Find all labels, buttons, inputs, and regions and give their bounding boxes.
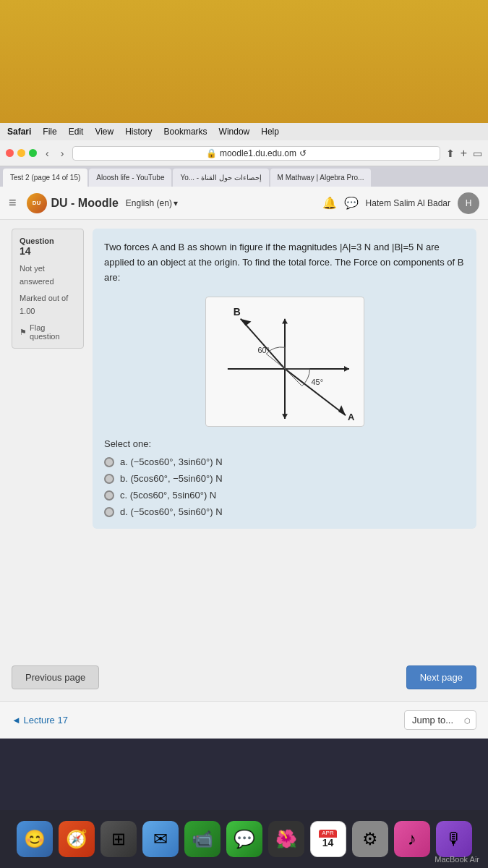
radio-b[interactable]: [104, 474, 114, 484]
dock-music[interactable]: ♪: [394, 821, 430, 857]
language-selector[interactable]: English (en) ▾: [126, 198, 178, 208]
dock-calendar[interactable]: APR 14: [310, 821, 346, 857]
bottom-nav: ◄ Lecture 17 Jump to... Page 1 Page 2 Pa…: [0, 701, 488, 739]
dock-launchpad[interactable]: ⊞: [100, 821, 137, 857]
moodle-logo: DU DU - Moodle: [27, 193, 119, 213]
sidebar-block: Question 14 Not yet answered Marked out …: [12, 229, 84, 349]
force-diagram: B A 60° 45°: [205, 297, 364, 427]
option-b[interactable]: b. (5cos60°, −5sin60°) N: [104, 473, 465, 484]
question-label: Question: [20, 237, 76, 245]
svg-text:60°: 60°: [257, 346, 269, 355]
dock-compass[interactable]: 🧭: [59, 821, 95, 857]
option-d[interactable]: d. (−5cos60°, 5sin60°) N: [104, 506, 465, 517]
grid-icon: ⊞: [111, 829, 126, 849]
main-content: Question 14 Not yet answered Marked out …: [0, 220, 488, 654]
menu-bookmarks[interactable]: Bookmarks: [164, 127, 207, 137]
tab-stats[interactable]: Yo... - إحصاءات حول القناة: [173, 169, 268, 187]
radio-d[interactable]: [104, 507, 114, 517]
tab-test2[interactable]: Test 2 (page 14 of 15): [3, 169, 87, 187]
user-avatar[interactable]: H: [458, 192, 479, 214]
tab-label-stats: Yo... - إحصاءات حول القناة: [180, 174, 261, 182]
add-tab-icon[interactable]: +: [461, 147, 467, 160]
laptop-screen: Safari File Edit View History Bookmarks …: [0, 123, 488, 868]
tab-label-mathway: M Mathway | Algebra Pro...: [278, 174, 364, 182]
question-area: Two forces A and B as shown in figure if…: [93, 229, 476, 529]
flag-icon: ⚑: [20, 328, 27, 337]
tab-mathway[interactable]: M Mathway | Algebra Pro...: [270, 169, 372, 187]
video-icon: 📹: [192, 829, 213, 849]
message-icon: 💬: [234, 829, 255, 849]
chat-icon[interactable]: 💬: [344, 196, 359, 210]
svg-marker-6: [338, 406, 346, 416]
hamburger-menu-icon[interactable]: ≡: [9, 195, 17, 210]
jump-to-wrapper: Jump to... Page 1 Page 2 Page 3: [404, 710, 476, 730]
logo-icon: DU: [27, 193, 47, 213]
traffic-lights: [6, 149, 37, 157]
forward-button[interactable]: ›: [58, 146, 67, 161]
dock-messages[interactable]: 💬: [226, 821, 262, 857]
lecture-link[interactable]: ◄ Lecture 17: [12, 715, 68, 726]
menu-window[interactable]: Window: [219, 127, 250, 137]
option-d-label: d. (−5cos60°, 5sin60°) N: [120, 506, 223, 517]
moodle-title: DU - Moodle: [51, 197, 119, 210]
url-field[interactable]: 🔒 moodle1.du.edu.om ↺: [72, 146, 440, 161]
quiz-layout: Question 14 Not yet answered Marked out …: [12, 229, 476, 529]
chevron-down-icon: ▾: [174, 198, 178, 208]
menu-safari[interactable]: Safari: [7, 127, 31, 137]
svg-text:A: A: [348, 412, 354, 422]
flag-label: Flag question: [30, 323, 76, 341]
menu-file[interactable]: File: [43, 127, 56, 137]
dock-facetime[interactable]: 📹: [184, 821, 221, 857]
dock-system-prefs[interactable]: ⚙: [352, 821, 388, 857]
tab-label-test2: Test 2 (page 14 of 15): [10, 174, 80, 182]
option-a-label: a. (−5cos60°, 3sin60°) N: [120, 456, 223, 467]
svg-marker-4: [282, 414, 288, 420]
marked-value: 1.00: [20, 305, 76, 318]
dock-podcasts[interactable]: 🎙: [436, 821, 472, 857]
svg-line-7: [240, 319, 284, 369]
photos-icon: 🌺: [275, 829, 297, 849]
tab-label-youtube: Aloosh life - YouTube: [96, 174, 164, 182]
marked-out-of-label: Marked out of: [20, 292, 76, 305]
tab-youtube[interactable]: Aloosh life - YouTube: [89, 169, 171, 187]
svg-marker-1: [344, 366, 349, 372]
status-not-yet: Not yet: [20, 263, 76, 276]
macbook-label: MacBook Air: [435, 855, 479, 864]
tabs-bar: Test 2 (page 14 of 15) Aloosh life - You…: [0, 166, 488, 187]
flag-question-button[interactable]: ⚑ Flag question: [20, 323, 76, 341]
macos-dock: 😊 🧭 ⊞ ✉ 📹 💬 🌺 APR 14 ⚙ ♪: [0, 810, 488, 868]
calendar-date: 14: [319, 838, 336, 848]
maximize-button[interactable]: [29, 149, 37, 157]
previous-page-button[interactable]: Previous page: [12, 665, 99, 689]
gear-icon: ⚙: [362, 829, 378, 849]
menu-view[interactable]: View: [95, 127, 114, 137]
menu-history[interactable]: History: [125, 127, 152, 137]
question-number: 14: [20, 245, 76, 257]
reload-icon[interactable]: ↺: [299, 148, 307, 158]
dock-finder[interactable]: 😊: [17, 821, 53, 857]
option-a[interactable]: a. (−5cos60°, 3sin60°) N: [104, 456, 465, 467]
option-c[interactable]: c. (5cos60°, 5sin60°) N: [104, 490, 465, 501]
share-icon[interactable]: ⬆: [446, 148, 455, 159]
radio-c[interactable]: [104, 490, 114, 501]
dock-mail[interactable]: ✉: [142, 821, 179, 857]
address-bar: ‹ › 🔒 moodle1.du.edu.om ↺ ⬆ + ▭: [0, 140, 488, 166]
navigation-buttons: Previous page Next page: [0, 654, 488, 701]
minimize-button[interactable]: [17, 149, 25, 157]
jump-to-select[interactable]: Jump to... Page 1 Page 2 Page 3: [404, 710, 476, 730]
dock-photos[interactable]: 🌺: [268, 821, 304, 857]
svg-text:B: B: [233, 306, 240, 318]
option-b-label: b. (5cos60°, −5sin60°) N: [120, 473, 223, 484]
back-button[interactable]: ‹: [43, 146, 52, 161]
question-text: Two forces A and B as shown in figure if…: [104, 240, 465, 285]
menu-help[interactable]: Help: [261, 127, 279, 137]
svg-marker-8: [240, 319, 251, 326]
close-button[interactable]: [6, 149, 14, 157]
radio-a[interactable]: [104, 457, 114, 467]
notifications-icon[interactable]: 🔔: [322, 196, 337, 210]
menu-edit[interactable]: Edit: [69, 127, 84, 137]
next-page-button[interactable]: Next page: [406, 665, 476, 689]
lock-icon: 🔒: [206, 148, 217, 158]
quiz-sidebar: Question 14 Not yet answered Marked out …: [12, 229, 84, 529]
sidebar-toggle-icon[interactable]: ▭: [473, 148, 482, 159]
